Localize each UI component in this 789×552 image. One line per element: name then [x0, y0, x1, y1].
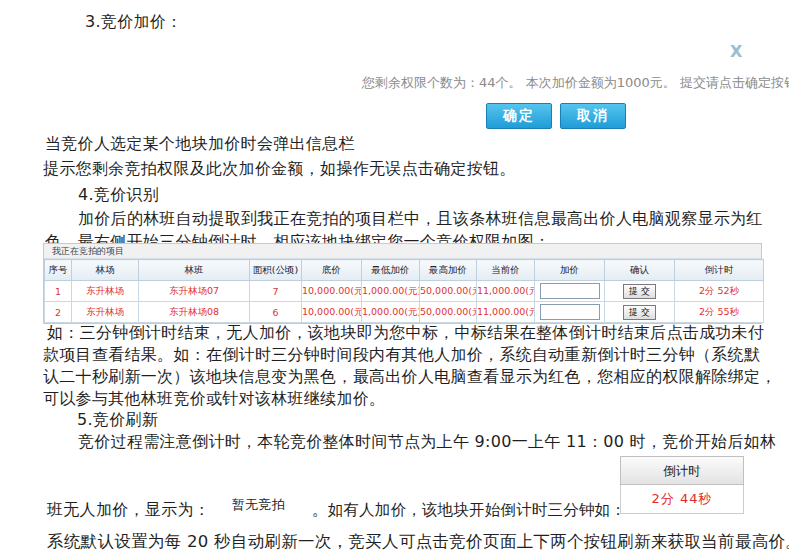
paragraph-line: 款项目查看结果。如：在倒计时三分钟时间段内有其他人加价，系统自动重新倒计时三分钟…: [43, 345, 760, 366]
col-header-min-increment: 最低加价: [362, 260, 420, 281]
cell-countdown: 2分 52秒: [675, 281, 764, 302]
close-icon[interactable]: X: [730, 42, 742, 61]
cell-bid: [535, 302, 605, 323]
cell-countdown: 2分 55秒: [675, 302, 764, 323]
section3-heading: 3.竞价加价：: [85, 12, 182, 33]
cell-bid: [535, 281, 605, 302]
cell-farm: 东升林场: [72, 281, 139, 302]
paragraph-line: 班无人加价，显示为：: [47, 500, 210, 521]
confirm-button[interactable]: 确定: [486, 103, 552, 129]
dialog-message: 您剩余权限个数为：44个。 本次加价金额为1000元。 提交请点击确定按钮。: [362, 74, 789, 92]
cell-base-price: 10,000.00(元): [302, 302, 362, 323]
submit-button[interactable]: 提 交: [623, 284, 656, 299]
col-header-bid: 加价: [535, 260, 605, 281]
col-header-countdown: 倒计时: [675, 260, 764, 281]
col-header-block: 林班: [139, 260, 250, 281]
cell-block: 东升林场07: [139, 281, 250, 302]
col-header-area: 面积(公顷): [250, 260, 302, 281]
paragraph-line: 。如有人加价，该地块开始倒计时三分钟如：: [312, 500, 626, 521]
paragraph-line: 系统默认设置为每 20 秒自动刷新一次，竞买人可点击竞价页面上下两个按钮刷新来获…: [47, 531, 789, 552]
col-header-current-price: 当前价: [477, 260, 535, 281]
cell-current-price: 11,000.00(元): [477, 281, 535, 302]
cell-min-increment: 1,000.00(元): [362, 302, 420, 323]
cell-farm: 东升林场: [72, 302, 139, 323]
table-row: 2 东升林场 东升林场08 6 10,000.00(元) 1,000.00(元)…: [45, 302, 764, 323]
cell-base-price: 10,000.00(元): [302, 281, 362, 302]
section4-heading: 4.竞价识别: [78, 185, 159, 206]
my-bidding-projects-panel: 我正在竞拍的项目 序号 林场 林班 面积(公顷) 底价 最低加价 最高加价 当前…: [43, 243, 762, 324]
paragraph-line: 可以参与其他林班竞价或针对该林班继续加价。: [43, 389, 385, 410]
cell-max-increment: 50,000.00(元): [420, 281, 477, 302]
col-header-max-increment: 最高加价: [420, 260, 477, 281]
bidding-table: 序号 林场 林班 面积(公顷) 底价 最低加价 最高加价 当前价 加价 确认 倒…: [44, 259, 764, 323]
submit-button[interactable]: 提 交: [623, 305, 656, 320]
col-header-confirm: 确认: [605, 260, 675, 281]
table-row: 1 东升林场 东升林场07 7 10,000.00(元) 1,000.00(元)…: [45, 281, 764, 302]
col-header-base-price: 底价: [302, 260, 362, 281]
paragraph: 当竞价人选定某个地块加价时会弹出信息栏: [45, 134, 355, 155]
bid-input[interactable]: [540, 304, 600, 320]
manual-page: 3.竞价加价： X 您剩余权限个数为：44个。 本次加价金额为1000元。 提交…: [0, 0, 789, 552]
cell-current-price: 11,000.00(元): [477, 302, 535, 323]
countdown-value: 2分 44秒: [620, 485, 744, 514]
paragraph-line: 如：三分钟倒计时结束，无人加价，该地块即为您中标，中标结果在整体倒计时结束后点击…: [47, 323, 764, 344]
paragraph-line: 竞价过程需注意倒计时，本轮竞价整体时间节点为上午 9:00一上午 11：00 时…: [78, 432, 776, 453]
col-header-farm: 林场: [72, 260, 139, 281]
paragraph: 提示您剩余竞拍权限及此次加价金额，如操作无误点击确定按钮。: [43, 159, 516, 180]
cell-area: 6: [250, 302, 302, 323]
paragraph-line: 认二十秒刷新一次）该地块信息变为黑色，最高出价人电脑查看显示为红色，您相应的权限…: [43, 367, 777, 388]
no-bidding-label: 暂无竞拍: [232, 496, 285, 514]
paragraph-line: 加价后的林班自动提取到我正在竞拍的项目栏中，且该条林班信息最高出价人电脑观察显示…: [78, 209, 763, 230]
bid-input[interactable]: [540, 283, 600, 299]
col-header-no: 序号: [45, 260, 72, 281]
cancel-button[interactable]: 取消: [560, 103, 626, 129]
cell-no: 2: [45, 302, 72, 323]
countdown-header: 倒计时: [620, 456, 744, 485]
table-title: 我正在竞拍的项目: [44, 244, 761, 259]
cell-area: 7: [250, 281, 302, 302]
table-header-row: 序号 林场 林班 面积(公顷) 底价 最低加价 最高加价 当前价 加价 确认 倒…: [45, 260, 764, 281]
cell-no: 1: [45, 281, 72, 302]
cell-block: 东升林场08: [139, 302, 250, 323]
countdown-widget: 倒计时 2分 44秒: [620, 456, 744, 514]
cell-min-increment: 1,000.00(元): [362, 281, 420, 302]
cell-max-increment: 50,000.00(元): [420, 302, 477, 323]
cell-confirm: 提 交: [605, 281, 675, 302]
cell-confirm: 提 交: [605, 302, 675, 323]
section5-heading: 5.竞价刷新: [77, 410, 158, 431]
